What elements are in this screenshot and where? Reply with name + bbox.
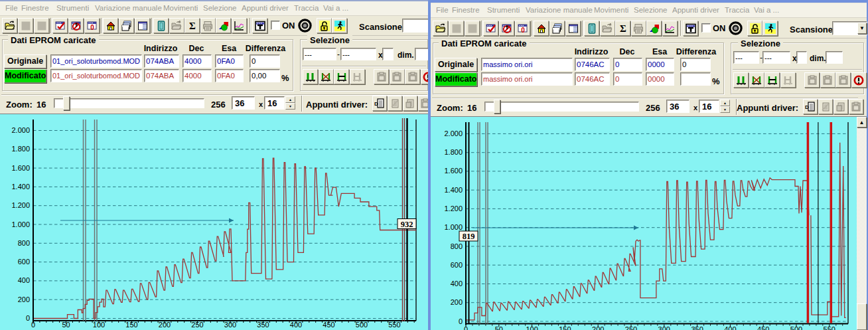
svg-text:2.000: 2.000 <box>11 126 30 134</box>
svg-text:400: 400 <box>724 325 736 330</box>
svg-text:400: 400 <box>451 280 463 288</box>
svg-text:100: 100 <box>526 325 538 330</box>
svg-text:1.200: 1.200 <box>11 201 30 209</box>
svg-text:1.600: 1.600 <box>11 164 30 172</box>
svg-text:350: 350 <box>691 325 703 330</box>
svg-text:1.000: 1.000 <box>11 220 30 228</box>
svg-text:250: 250 <box>625 325 637 330</box>
svg-text:D: D <box>805 104 809 110</box>
svg-text:1.800: 1.800 <box>444 148 463 156</box>
svg-text:150: 150 <box>125 321 137 329</box>
svg-text:500: 500 <box>356 321 368 329</box>
svg-text:0: 0 <box>90 23 94 31</box>
svg-text:1.400: 1.400 <box>444 186 463 194</box>
svg-text:500: 500 <box>790 325 802 330</box>
svg-text:300: 300 <box>224 321 236 329</box>
svg-text:0: 0 <box>31 321 35 329</box>
svg-text:250: 250 <box>191 321 203 329</box>
svg-text:200: 200 <box>592 325 604 330</box>
svg-text:Σ: Σ <box>620 23 626 34</box>
svg-text:800: 800 <box>451 242 463 250</box>
svg-text:932: 932 <box>401 220 413 229</box>
svg-text:150: 150 <box>559 325 571 330</box>
svg-text:800: 800 <box>18 239 30 247</box>
svg-text:D: D <box>374 101 378 107</box>
svg-text:0: 0 <box>464 325 468 330</box>
svg-text:450: 450 <box>323 321 334 329</box>
svg-text:200: 200 <box>451 298 463 306</box>
svg-text:400: 400 <box>290 321 302 329</box>
svg-text:450: 450 <box>757 325 769 330</box>
svg-text:0: 0 <box>459 317 463 325</box>
svg-text:600: 600 <box>451 261 463 269</box>
svg-text:Σ: Σ <box>189 21 196 31</box>
svg-text:550: 550 <box>388 321 400 329</box>
svg-text:2.000: 2.000 <box>444 129 463 137</box>
svg-text:50: 50 <box>62 321 70 329</box>
svg-text:1.000: 1.000 <box>444 223 463 231</box>
svg-text:819: 819 <box>463 232 475 241</box>
svg-text:1.600: 1.600 <box>444 167 463 175</box>
svg-text:200: 200 <box>18 295 30 303</box>
svg-text:600: 600 <box>18 258 30 266</box>
svg-text:0: 0 <box>521 26 525 33</box>
svg-text:100: 100 <box>93 321 105 329</box>
svg-text:200: 200 <box>159 321 171 329</box>
svg-text:400: 400 <box>18 276 30 284</box>
svg-text:1.400: 1.400 <box>11 183 30 191</box>
svg-text:350: 350 <box>257 321 269 329</box>
svg-text:1.200: 1.200 <box>444 205 463 212</box>
svg-text:0: 0 <box>26 314 30 322</box>
svg-text:300: 300 <box>658 325 670 330</box>
svg-text:1.800: 1.800 <box>11 145 30 153</box>
svg-text:550: 550 <box>824 325 835 330</box>
svg-text:50: 50 <box>495 325 503 330</box>
